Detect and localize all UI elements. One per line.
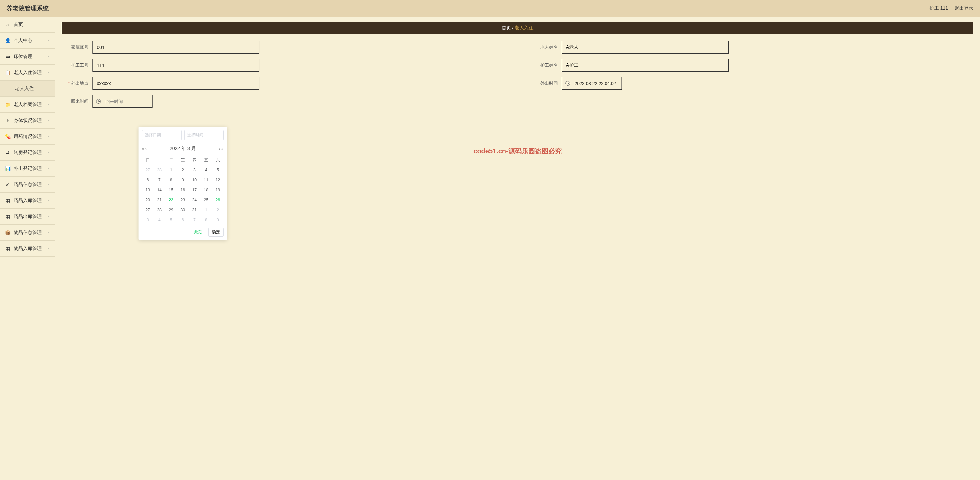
dp-day[interactable]: 21 <box>154 195 165 205</box>
nurse-name-input[interactable] <box>562 59 729 72</box>
dp-day[interactable]: 2 <box>212 205 224 215</box>
dp-day[interactable]: 4 <box>200 165 212 175</box>
dp-day[interactable]: 24 <box>189 195 200 205</box>
dp-weekday: 五 <box>200 155 212 165</box>
dp-day[interactable]: 15 <box>165 185 177 195</box>
dp-day[interactable]: 1 <box>200 205 212 215</box>
dp-day[interactable]: 27 <box>142 205 154 215</box>
out-place-input[interactable] <box>92 77 259 90</box>
dp-day[interactable]: 3 <box>142 215 154 225</box>
dp-day[interactable]: 4 <box>154 215 165 225</box>
header: 养老院管理系统 护工 111 退出登录 <box>0 0 980 17</box>
dp-next-year-icon[interactable]: › » <box>219 146 224 151</box>
sidebar-item-14[interactable]: ▦物品入库管理﹀ <box>0 241 55 257</box>
dp-day[interactable]: 28 <box>154 165 165 175</box>
dp-day[interactable]: 20 <box>142 195 154 205</box>
sidebar-item-11[interactable]: ▦药品入库管理﹀ <box>0 193 55 209</box>
checkin-icon: 📋 <box>5 70 10 75</box>
user-role[interactable]: 护工 111 <box>930 5 948 11</box>
sidebar-item-3[interactable]: 📋老人入住管理﹀ <box>0 65 55 81</box>
dp-weekday: 三 <box>177 155 189 165</box>
sidebar-item-8[interactable]: ⇄转房登记管理﹀ <box>0 145 55 161</box>
dp-day[interactable]: 31 <box>189 205 200 215</box>
sidebar-item-7[interactable]: 💊用药情况管理﹀ <box>0 129 55 145</box>
dp-day[interactable]: 5 <box>212 165 224 175</box>
breadcrumb-home[interactable]: 首页 <box>502 25 511 30</box>
chevron-down-icon: ﹀ <box>47 198 50 203</box>
chevron-down-icon: ﹀ <box>47 166 50 171</box>
chevron-down-icon: ﹀ <box>47 38 50 43</box>
dp-day[interactable]: 17 <box>189 185 200 195</box>
dp-day[interactable]: 2 <box>177 165 189 175</box>
sidebar-item-9[interactable]: 📊外出登记管理﹀ <box>0 161 55 177</box>
dp-day[interactable]: 30 <box>177 205 189 215</box>
dp-day[interactable]: 6 <box>142 175 154 185</box>
dp-day[interactable]: 14 <box>154 185 165 195</box>
sidebar-item-label: 转房登记管理 <box>14 150 47 156</box>
sidebar-item-2[interactable]: 🛏床位管理﹀ <box>0 49 55 65</box>
dp-day[interactable]: 23 <box>177 195 189 205</box>
sidebar-item-6[interactable]: ⚕身体状况管理﹀ <box>0 112 55 129</box>
dp-weekday: 二 <box>165 155 177 165</box>
dp-day[interactable]: 28 <box>154 205 165 215</box>
room-icon: ⇄ <box>5 150 10 155</box>
family-account-input[interactable] <box>92 41 259 54</box>
sidebar: ⌂首页👤个人中心﹀🛏床位管理﹀📋老人入住管理﹀老人入住📁老人档案管理﹀⚕身体状况… <box>0 17 55 480</box>
dp-day[interactable]: 11 <box>200 175 212 185</box>
dp-day[interactable]: 7 <box>154 175 165 185</box>
dp-prev-year-icon[interactable]: « ‹ <box>142 146 146 151</box>
dp-ok-button[interactable]: 确定 <box>208 228 224 237</box>
sidebar-item-12[interactable]: ▦药品出库管理﹀ <box>0 209 55 225</box>
sidebar-item-10[interactable]: ✔药品信息管理﹀ <box>0 177 55 193</box>
header-right: 护工 111 退出登录 <box>930 5 973 11</box>
dp-day[interactable]: 19 <box>212 185 224 195</box>
chevron-down-icon: ﹀ <box>47 150 50 155</box>
app-title: 养老院管理系统 <box>7 4 49 12</box>
dp-day[interactable]: 13 <box>142 185 154 195</box>
dp-day[interactable]: 7 <box>189 215 200 225</box>
dp-day[interactable]: 18 <box>200 185 212 195</box>
sidebar-item-13[interactable]: 📦物品信息管理﹀ <box>0 225 55 241</box>
family-account-label: 家属账号 <box>62 44 89 50</box>
dp-time-input[interactable]: 选择时间 <box>184 130 224 140</box>
sidebar-item-5[interactable]: 📁老人档案管理﹀ <box>0 97 55 112</box>
dp-day[interactable]: 27 <box>142 165 154 175</box>
logout-link[interactable]: 退出登录 <box>955 5 973 11</box>
dp-day[interactable]: 9 <box>177 175 189 185</box>
sidebar-item-label: 床位管理 <box>14 54 47 60</box>
dp-date-input[interactable]: 选择日期 <box>142 130 181 140</box>
dp-day[interactable]: 12 <box>212 175 224 185</box>
sidebar-item-1[interactable]: 👤个人中心﹀ <box>0 33 55 49</box>
dp-title: 2022 年 3 月 <box>170 146 196 152</box>
dp-day[interactable]: 9 <box>212 215 224 225</box>
user-icon: 👤 <box>5 38 10 43</box>
datepicker-popup: 选择日期 选择时间 « ‹ 2022 年 3 月 › » 日一二三四五六 272… <box>138 127 227 240</box>
return-time-input[interactable] <box>105 95 162 107</box>
dp-day[interactable]: 26 <box>212 195 224 205</box>
out-time-input[interactable] <box>575 77 631 89</box>
dp-now-button[interactable]: 此刻 <box>191 228 205 237</box>
dp-day[interactable]: 16 <box>177 185 189 195</box>
sidebar-item-label: 外出登记管理 <box>14 166 47 172</box>
dp-weekday: 四 <box>189 155 200 165</box>
elder-name-input[interactable] <box>562 41 729 54</box>
sidebar-item-label: 个人中心 <box>14 38 47 44</box>
chevron-down-icon: ﹀ <box>47 118 50 123</box>
clock-icon <box>565 81 570 86</box>
dp-day[interactable]: 8 <box>200 215 212 225</box>
dp-day[interactable]: 10 <box>189 175 200 185</box>
dp-day[interactable]: 3 <box>189 165 200 175</box>
item-icon: 📦 <box>5 230 10 235</box>
dp-day[interactable]: 22 <box>165 195 177 205</box>
sidebar-item-0[interactable]: ⌂首页 <box>0 17 55 33</box>
nurse-id-input[interactable] <box>92 59 259 72</box>
dp-day[interactable]: 5 <box>165 215 177 225</box>
dp-day[interactable]: 6 <box>177 215 189 225</box>
dp-day[interactable]: 29 <box>165 205 177 215</box>
return-time-label: 回来时间 <box>62 98 89 105</box>
dp-day[interactable]: 25 <box>200 195 212 205</box>
dp-day[interactable]: 8 <box>165 175 177 185</box>
dp-day[interactable]: 1 <box>165 165 177 175</box>
sidebar-item-4[interactable]: 老人入住 <box>0 81 55 97</box>
drug-icon: ✔ <box>5 182 10 187</box>
